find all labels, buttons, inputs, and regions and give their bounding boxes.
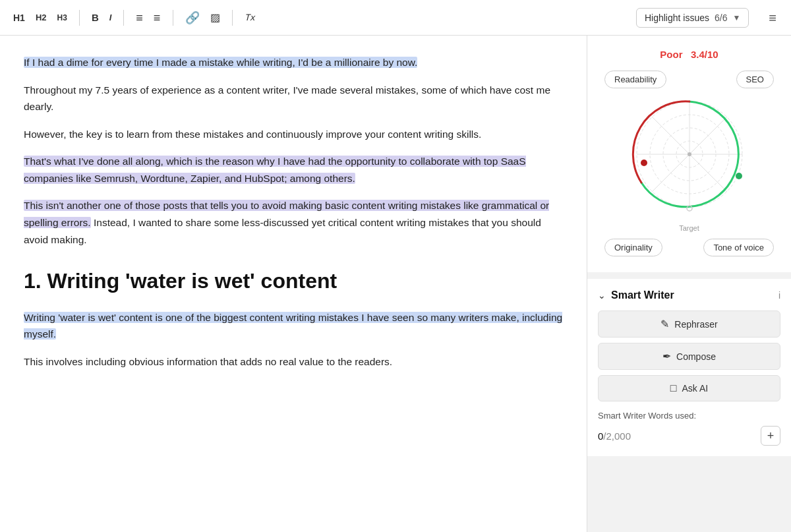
ask-ai-icon: □	[670, 382, 677, 394]
smart-writer-chevron-icon[interactable]: ⌄	[598, 290, 606, 301]
smart-writer-title: Smart Writer	[611, 289, 773, 301]
ask-ai-button[interactable]: □ Ask AI	[598, 375, 780, 401]
para5-part2: Instead, I wanted to share some less-dis…	[24, 217, 541, 245]
eraser-button[interactable]: Tx	[241, 11, 259, 24]
radar-top-labels: Readability SEO	[598, 71, 780, 88]
score-title: Poor 3.4/10	[598, 49, 780, 60]
smart-writer-header: ⌄ Smart Writer i	[598, 289, 780, 301]
list-buttons: ≡ ≡	[132, 9, 165, 26]
originality-button[interactable]: Originality	[604, 239, 662, 256]
words-counter: 0/2,000	[598, 430, 631, 442]
compose-icon: ✒	[662, 350, 671, 363]
rephraser-icon: ✎	[660, 318, 669, 330]
paragraph-7: This involves including obvious informat…	[24, 353, 563, 370]
divider-1	[79, 10, 80, 26]
paragraph-3: However, the key is to learn from these …	[24, 126, 563, 143]
seo-button[interactable]: SEO	[736, 71, 774, 88]
main-area: If I had a dime for every time I made a …	[0, 36, 791, 532]
heading-1: 1. Writing 'water is wet' content	[24, 264, 563, 299]
paragraph-5: This isn't another one of those posts th…	[24, 197, 563, 248]
tone-of-voice-button[interactable]: Tone of voice	[703, 239, 774, 256]
words-counter-row: 0/2,000 +	[598, 426, 780, 446]
highlight-count: 6/6	[715, 13, 727, 23]
rephraser-button[interactable]: ✎ Rephraser	[598, 310, 780, 338]
bold-button[interactable]: B	[88, 10, 103, 25]
compose-button[interactable]: ✒ Compose	[598, 343, 780, 370]
format-buttons: B I	[88, 10, 115, 25]
toolbar: H1 H2 H3 B I ≡ ≡ 🔗 ▨ Tx Highlight issues…	[0, 0, 791, 36]
plus-button[interactable]: +	[761, 426, 780, 446]
highlight-label: Highlight issues	[645, 13, 709, 23]
readability-button[interactable]: Readability	[604, 71, 666, 88]
paragraph-1: If I had a dime for every time I made a …	[24, 54, 563, 71]
right-panel: Poor 3.4/10 Readability SEO	[587, 36, 791, 532]
divider-2	[123, 10, 124, 26]
link-button[interactable]: 🔗	[181, 9, 204, 26]
divider-4	[232, 10, 233, 26]
highlight-text-4: That's what I've done all along, which i…	[24, 156, 526, 184]
highlight-text-6: Writing 'water is wet' content is one of…	[24, 312, 562, 340]
unordered-list-button[interactable]: ≡	[150, 9, 165, 26]
svg-point-8	[736, 173, 742, 179]
radar-svg	[617, 88, 762, 220]
editor-pane[interactable]: If I had a dime for every time I made a …	[0, 36, 587, 532]
chevron-down-icon: ▼	[732, 13, 740, 22]
compose-label: Compose	[676, 351, 716, 362]
radar-bottom-labels: Originality Tone of voice	[598, 239, 780, 256]
h2-button[interactable]: H2	[32, 11, 51, 24]
h3-button[interactable]: H3	[53, 11, 71, 24]
paragraph-6: Writing 'water is wet' content is one of…	[24, 309, 563, 343]
words-total: /2,000	[603, 430, 631, 442]
divider-3	[173, 10, 173, 26]
heading-buttons: H1 H2 H3	[9, 11, 71, 25]
score-prefix: Poor	[660, 49, 682, 60]
hamburger-button[interactable]: ≡	[763, 9, 782, 27]
ask-ai-label: Ask AI	[682, 383, 708, 394]
highlight-dropdown[interactable]: Highlight issues 6/6 ▼	[636, 8, 749, 28]
italic-button[interactable]: I	[105, 11, 116, 24]
insert-buttons: 🔗 ▨	[181, 9, 224, 26]
rephraser-label: Rephraser	[674, 319, 717, 330]
svg-point-10	[688, 152, 691, 156]
paragraph-2: Throughout my 7.5 years of experience as…	[24, 82, 563, 115]
h1-button[interactable]: H1	[9, 11, 29, 25]
smart-writer-panel: ⌄ Smart Writer i ✎ Rephraser ✒ Compose □…	[587, 279, 791, 456]
radar-chart	[617, 88, 762, 220]
image-button[interactable]: ▨	[206, 10, 224, 26]
highlight-text-1: If I had a dime for every time I made a …	[24, 57, 417, 68]
score-value: 3.4/10	[691, 49, 718, 60]
score-card: Poor 3.4/10 Readability SEO	[587, 36, 791, 272]
paragraph-4: That's what I've done all along, which i…	[24, 153, 563, 187]
svg-point-9	[641, 160, 647, 166]
ordered-list-button[interactable]: ≡	[132, 9, 147, 26]
words-used-label: Smart Writer Words used:	[598, 411, 780, 421]
info-icon[interactable]: i	[778, 290, 780, 301]
target-label: Target	[598, 224, 780, 232]
